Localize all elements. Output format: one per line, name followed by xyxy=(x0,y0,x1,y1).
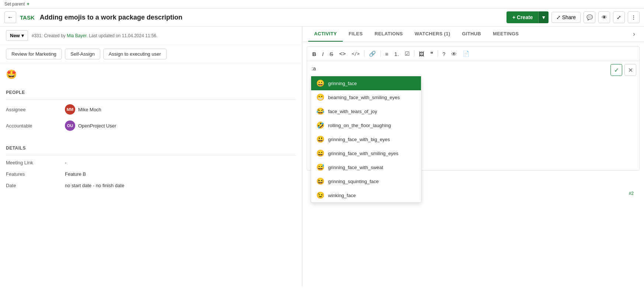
set-parent-link[interactable]: Set parent + xyxy=(4,1,29,7)
people-section-title: PEOPLE xyxy=(6,90,296,95)
comment-button[interactable]: 💬 xyxy=(584,11,595,23)
emoji-icon-squinting: 😆 xyxy=(316,177,324,185)
assignee-name: Mike Moch xyxy=(78,107,101,112)
emoji-item-tears-joy[interactable]: 😂 face_with_tears_of_joy xyxy=(311,104,421,118)
emoji-item-winking[interactable]: 😉 winking_face xyxy=(311,188,421,202)
editor-cancel-button[interactable]: ✕ xyxy=(624,64,636,76)
details-section-title: DETAILS xyxy=(6,146,296,151)
image-button[interactable]: 🖼 xyxy=(417,49,427,59)
status-dropdown[interactable]: New ▾ xyxy=(6,30,28,41)
editor-confirm-button[interactable]: ✓ xyxy=(610,64,622,76)
create-button[interactable]: + Create ▾ xyxy=(507,11,549,23)
editor-content[interactable]: :a 😀 grinning_face 😁 beaming_face_with_s… xyxy=(307,61,640,171)
bullet-list-button[interactable]: ≡ xyxy=(383,49,391,59)
emoji-item-rolling-floor[interactable]: 🤣 rolling_on_the_floor_laughing xyxy=(311,118,421,132)
task-label: TASK xyxy=(20,14,35,21)
features-text: Feature B xyxy=(65,171,86,177)
toolbar-separator-2 xyxy=(380,50,381,57)
details-divider xyxy=(6,155,296,155)
editor-confirm-area: ✓ ✕ xyxy=(610,64,636,76)
ordered-list-button[interactable]: 1. xyxy=(392,49,401,59)
tab-watchers[interactable]: WATCHERS (1) xyxy=(409,27,456,42)
editor-area: B I S <> </> 🔗 ≡ 1. ☑ 🖼 ❝ ? 👁 📄 xyxy=(302,42,644,287)
emoji-icon-big-eyes: 😃 xyxy=(316,135,324,143)
updated-text: Last updated on 11.04.2024 11:56. xyxy=(89,33,157,38)
task-title: Adding emojis to a work package descript… xyxy=(40,14,503,21)
share-icon: ⤢ xyxy=(556,14,561,20)
emoji-item-squinting[interactable]: 😆 grinning_squinting_face xyxy=(311,174,421,188)
bold-button[interactable]: B xyxy=(310,49,318,59)
share-label: Share xyxy=(562,14,576,20)
emoji-item-grinning-face[interactable]: 😀 grinning_face xyxy=(311,76,421,90)
italic-button[interactable]: I xyxy=(320,49,326,59)
emoji-label-winking: winking_face xyxy=(328,193,356,198)
emoji-label-squinting: grinning_squinting_face xyxy=(328,179,379,184)
accountable-value: OU OpenProject User xyxy=(65,120,116,131)
meeting-link-value: - xyxy=(65,160,66,165)
main-layout: New ▾ #331: Created by Mia Bayer. Last u… xyxy=(0,27,644,287)
meta-info: #331: Created by Mia Bayer. Last updated… xyxy=(32,33,158,38)
self-assign-button[interactable]: Self-Assign xyxy=(65,49,100,59)
created-by-link[interactable]: Mia Bayer xyxy=(67,33,86,38)
tab-meetings[interactable]: MEETINGS xyxy=(487,27,525,42)
emoji-icon-smiling-eyes: 😄 xyxy=(316,149,324,157)
editor-trigger-text: :a xyxy=(311,66,635,71)
eye-icon: 👁 xyxy=(602,14,607,20)
code-block-button[interactable]: </> xyxy=(349,50,362,58)
date-label: Date xyxy=(6,183,65,188)
tab-files[interactable]: FILES xyxy=(343,27,369,42)
expand-icon: ⤢ xyxy=(617,14,621,20)
expand-button[interactable]: ⤢ xyxy=(613,11,625,23)
tab-activity[interactable]: ACTIVITY xyxy=(308,27,343,42)
tabs-more-icon[interactable]: › xyxy=(630,27,638,41)
features-value: Feature B xyxy=(65,171,86,177)
tab-relations[interactable]: RELATIONS xyxy=(369,27,409,42)
people-divider xyxy=(6,99,296,100)
emoji-label-smiling-eyes: grinning_face_with_smiling_eyes xyxy=(328,151,398,156)
date-text: no start date - no finish date xyxy=(65,183,124,188)
header-bar: ← TASK Adding emojis to a work package d… xyxy=(0,8,644,27)
share-button[interactable]: ⤢ Share xyxy=(551,12,581,23)
emoji-item-smiling-eyes[interactable]: 😄 grinning_face_with_smiling_eyes xyxy=(311,146,421,160)
emoji-item-sweat[interactable]: 😅 grinning_face_with_sweat xyxy=(311,160,421,174)
set-parent-label: Set parent xyxy=(4,1,25,7)
emoji-label-tears-joy: face_with_tears_of_joy xyxy=(328,109,377,114)
preview-button[interactable]: 👁 xyxy=(449,49,459,59)
description-area: 🤩 xyxy=(0,63,302,85)
accountable-name: OpenProject User xyxy=(78,123,116,129)
assign-executing-button[interactable]: Assign to executing user xyxy=(103,49,167,59)
task-list-button[interactable]: ☑ xyxy=(403,49,412,59)
right-panel: ACTIVITY FILES RELATIONS WATCHERS (1) GI… xyxy=(302,27,644,287)
tab-github[interactable]: GITHUB xyxy=(456,27,487,42)
emoji-label-beaming: beaming_face_with_smiling_eyes xyxy=(328,95,400,100)
watch-button[interactable]: 👁 xyxy=(598,11,610,23)
fullscreen-button[interactable]: 📄 xyxy=(460,49,472,59)
status-dropdown-icon: ▾ xyxy=(21,33,24,38)
accountable-row: Accountable OU OpenProject User xyxy=(6,120,296,131)
link-button[interactable]: 🔗 xyxy=(367,49,378,59)
more-button[interactable]: ⋮ xyxy=(628,11,640,23)
date-value: no start date - no finish date xyxy=(65,183,124,188)
emoji-icon-grinning: 😀 xyxy=(316,79,324,87)
activity-ref-2[interactable]: #2 xyxy=(629,191,634,196)
emoji-item-beaming-face[interactable]: 😁 beaming_face_with_smiling_eyes xyxy=(311,90,421,104)
set-parent-bar: Set parent + xyxy=(0,0,644,8)
emoji-item-big-eyes[interactable]: 😃 grinning_face_with_big_eyes xyxy=(311,132,421,146)
assignee-label: Assignee xyxy=(6,107,65,112)
toolbar-separator-4 xyxy=(438,50,438,57)
assignee-avatar: MM xyxy=(65,104,75,115)
emoji-icon-beaming: 😁 xyxy=(316,93,324,101)
inline-code-button[interactable]: <> xyxy=(337,49,348,59)
status-label: New xyxy=(10,33,20,38)
emoji-label-big-eyes: grinning_face_with_big_eyes xyxy=(328,137,390,142)
review-marketing-button[interactable]: Review for Marketing xyxy=(6,49,62,59)
help-button[interactable]: ? xyxy=(440,49,448,59)
strikethrough-button[interactable]: S xyxy=(327,49,335,59)
accountable-avatar: OU xyxy=(65,120,75,131)
blockquote-button[interactable]: ❝ xyxy=(428,49,435,59)
emoji-icon-winking: 😉 xyxy=(316,191,324,199)
more-icon: ⋮ xyxy=(631,14,636,20)
back-button[interactable]: ← xyxy=(4,11,16,23)
accountable-label: Accountable xyxy=(6,123,65,129)
create-dropdown-arrow[interactable]: ▾ xyxy=(538,11,549,23)
